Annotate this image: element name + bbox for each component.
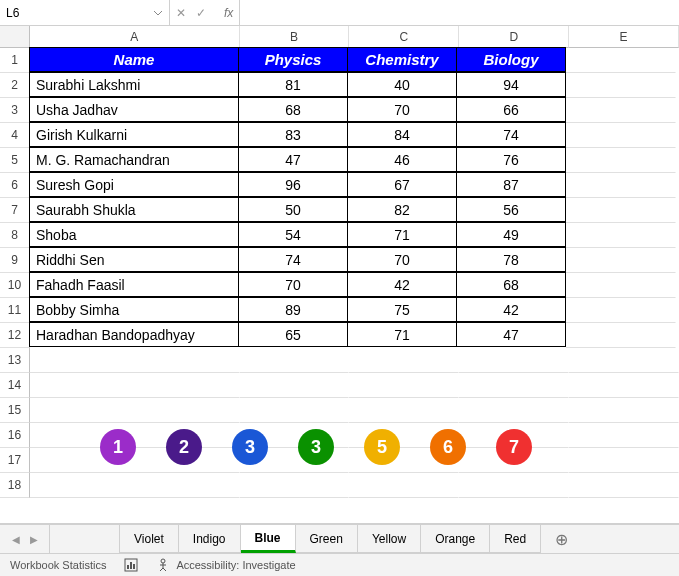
cell[interactable] — [566, 123, 676, 148]
sheet-tab[interactable]: Orange — [421, 525, 490, 553]
table-cell[interactable]: 71 — [347, 222, 457, 247]
name-box[interactable]: L6 — [0, 0, 170, 25]
row-header[interactable]: 2 — [0, 73, 30, 98]
column-header[interactable]: C — [349, 26, 459, 48]
table-cell[interactable]: 89 — [238, 297, 348, 322]
table-cell[interactable]: Girish Kulkarni — [29, 122, 239, 147]
cell[interactable] — [349, 373, 459, 398]
table-cell[interactable]: 40 — [347, 72, 457, 97]
add-sheet-button[interactable]: ⊕ — [541, 525, 582, 553]
cell[interactable] — [566, 73, 676, 98]
cell[interactable] — [566, 198, 676, 223]
table-cell[interactable]: 56 — [456, 197, 566, 222]
table-cell[interactable]: 66 — [456, 97, 566, 122]
cell[interactable] — [459, 423, 569, 448]
table-cell[interactable]: 84 — [347, 122, 457, 147]
column-header[interactable]: D — [459, 26, 569, 48]
cell[interactable] — [349, 348, 459, 373]
cell[interactable] — [30, 423, 240, 448]
row-header[interactable]: 15 — [0, 398, 30, 423]
cell[interactable] — [569, 398, 679, 423]
cell[interactable] — [349, 473, 459, 498]
row-header[interactable]: 17 — [0, 448, 30, 473]
table-cell[interactable]: 70 — [347, 247, 457, 272]
cell[interactable] — [349, 423, 459, 448]
row-header[interactable]: 16 — [0, 423, 30, 448]
cell[interactable] — [459, 473, 569, 498]
cell[interactable] — [240, 348, 350, 373]
table-cell[interactable]: Surabhi Lakshmi — [29, 72, 239, 97]
accessibility-check[interactable]: Accessibility: Investigate — [156, 558, 295, 572]
dropdown-icon[interactable] — [153, 8, 163, 18]
row-header[interactable]: 7 — [0, 198, 30, 223]
table-cell[interactable]: Riddhi Sen — [29, 247, 239, 272]
row-header[interactable]: 9 — [0, 248, 30, 273]
cell[interactable] — [349, 448, 459, 473]
cell[interactable] — [459, 448, 569, 473]
table-cell[interactable]: 70 — [238, 272, 348, 297]
column-header[interactable]: E — [569, 26, 679, 48]
table-cell[interactable]: 46 — [347, 147, 457, 172]
row-header[interactable]: 10 — [0, 273, 30, 298]
cell[interactable] — [569, 373, 679, 398]
cell[interactable] — [30, 398, 240, 423]
cell[interactable] — [566, 98, 676, 123]
table-cell[interactable]: 74 — [238, 247, 348, 272]
table-cell[interactable]: Fahadh Faasil — [29, 272, 239, 297]
table-cell[interactable]: 65 — [238, 322, 348, 347]
tab-nav-arrows[interactable]: ◀ ▶ — [0, 525, 50, 553]
cell[interactable] — [30, 348, 240, 373]
table-cell[interactable]: 94 — [456, 72, 566, 97]
table-cell[interactable]: Shoba — [29, 222, 239, 247]
table-cell[interactable]: 82 — [347, 197, 457, 222]
formula-input[interactable] — [240, 0, 679, 25]
row-header[interactable]: 11 — [0, 298, 30, 323]
table-cell[interactable]: 76 — [456, 147, 566, 172]
table-cell[interactable]: 47 — [238, 147, 348, 172]
sheet-tab[interactable]: Red — [490, 525, 541, 553]
row-header[interactable]: 14 — [0, 373, 30, 398]
cell[interactable] — [569, 473, 679, 498]
row-header[interactable]: 13 — [0, 348, 30, 373]
cell[interactable] — [566, 48, 676, 73]
cell[interactable] — [566, 298, 676, 323]
table-cell[interactable]: 68 — [238, 97, 348, 122]
table-header-cell[interactable]: Chemistry — [347, 47, 457, 72]
cell[interactable] — [30, 373, 240, 398]
row-header[interactable]: 3 — [0, 98, 30, 123]
row-header[interactable]: 12 — [0, 323, 30, 348]
table-cell[interactable]: M. G. Ramachandran — [29, 147, 239, 172]
cell[interactable] — [569, 423, 679, 448]
cell[interactable] — [566, 148, 676, 173]
table-cell[interactable]: Usha Jadhav — [29, 97, 239, 122]
table-cell[interactable]: 68 — [456, 272, 566, 297]
cell[interactable] — [566, 323, 676, 348]
cell[interactable] — [240, 473, 350, 498]
stats-icon-button[interactable] — [124, 558, 138, 572]
workbook-stats[interactable]: Workbook Statistics — [10, 559, 106, 571]
cell[interactable] — [459, 348, 569, 373]
cell[interactable] — [240, 373, 350, 398]
cell[interactable] — [569, 448, 679, 473]
table-cell[interactable]: 47 — [456, 322, 566, 347]
cell[interactable] — [459, 398, 569, 423]
cell[interactable] — [566, 248, 676, 273]
sheet-tab[interactable]: Violet — [120, 525, 179, 553]
table-cell[interactable]: 50 — [238, 197, 348, 222]
cell[interactable] — [349, 398, 459, 423]
table-cell[interactable]: 49 — [456, 222, 566, 247]
table-cell[interactable]: 67 — [347, 172, 457, 197]
sheet-tab[interactable]: Green — [296, 525, 358, 553]
table-header-cell[interactable]: Biology — [456, 47, 566, 72]
cell[interactable] — [240, 398, 350, 423]
cell[interactable] — [240, 423, 350, 448]
table-cell[interactable]: 96 — [238, 172, 348, 197]
table-cell[interactable]: Suresh Gopi — [29, 172, 239, 197]
row-header[interactable]: 8 — [0, 223, 30, 248]
cell[interactable] — [566, 173, 676, 198]
sheet-tab[interactable]: Yellow — [358, 525, 421, 553]
table-cell[interactable]: 70 — [347, 97, 457, 122]
column-header[interactable]: B — [240, 26, 350, 48]
next-sheet-icon[interactable]: ▶ — [30, 534, 38, 545]
table-cell[interactable]: 81 — [238, 72, 348, 97]
